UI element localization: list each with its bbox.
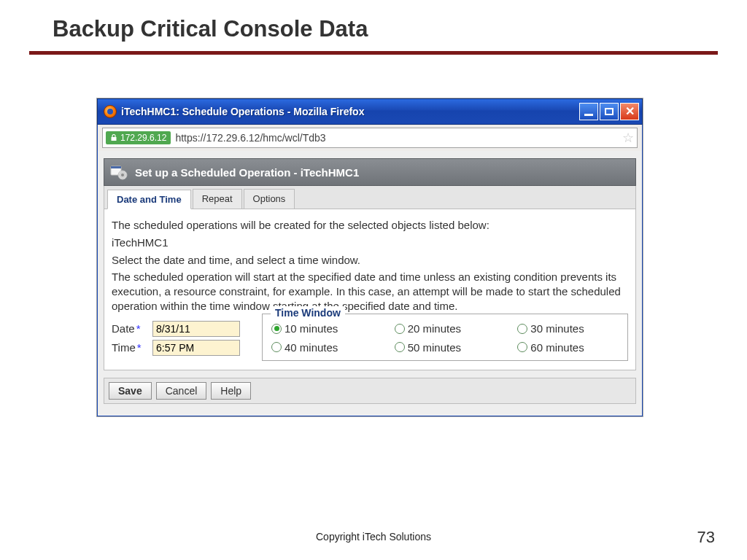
save-button[interactable]: Save (109, 382, 152, 400)
address-bar[interactable]: 172.29.6.12 https://172.29.6.12/hmc/wcl/… (102, 128, 638, 148)
svg-rect-0 (112, 137, 117, 141)
firefox-icon (104, 105, 117, 118)
datetime-form: Date* Time* Time Window (112, 318, 628, 362)
button-row: Save Cancel Help (104, 378, 636, 404)
schedule-icon (110, 164, 128, 180)
close-button[interactable]: ✕ (620, 103, 639, 120)
radio-50-minutes[interactable]: 50 minutes (395, 341, 498, 355)
window-title: iTechHMC1: Schedule Operations - Mozilla… (121, 106, 364, 117)
radio-icon (271, 342, 282, 352)
radio-20-minutes[interactable]: 20 minutes (395, 322, 498, 336)
lock-icon (110, 134, 117, 141)
close-icon: ✕ (625, 106, 635, 117)
svg-point-5 (121, 174, 124, 176)
date-label: Date* (112, 322, 152, 336)
copyright-text: Copyright iTech Solutions (0, 531, 747, 542)
radio-40-minutes[interactable]: 40 minutes (271, 341, 374, 355)
time-input[interactable] (152, 340, 240, 356)
window-titlebar[interactable]: iTechHMC1: Schedule Operations - Mozilla… (97, 98, 643, 125)
tab-repeat[interactable]: Repeat (193, 189, 242, 209)
page-header-title: Set up a Scheduled Operation - iTechHMC1 (135, 166, 359, 179)
time-label: Time* (112, 341, 152, 355)
svg-rect-2 (111, 166, 121, 168)
required-icon: * (137, 341, 142, 354)
site-host: 172.29.6.12 (120, 133, 166, 143)
time-window-group: Time Window 10 minutes 20 minutes 30 min… (262, 314, 628, 362)
radio-icon (395, 342, 405, 352)
title-rule (29, 51, 718, 55)
page-number: 73 (697, 528, 715, 547)
tab-strip: Date and Time Repeat Options (104, 186, 636, 209)
date-input[interactable] (152, 321, 240, 337)
window-controls: ✕ (579, 103, 639, 120)
radio-30-minutes[interactable]: 30 minutes (517, 322, 620, 336)
datetime-fields: Date* Time* (112, 318, 240, 362)
required-icon: * (136, 322, 141, 335)
tab-date-time[interactable]: Date and Time (107, 190, 191, 209)
minimize-button[interactable] (579, 103, 598, 120)
tab-options[interactable]: Options (244, 189, 295, 209)
slide-title: Backup Critical Console Data (0, 0, 747, 51)
cancel-button[interactable]: Cancel (156, 382, 207, 400)
page-body: Set up a Scheduled Operation - iTechHMC1… (97, 151, 643, 416)
browser-window: iTechHMC1: Schedule Operations - Mozilla… (96, 98, 643, 417)
object-name: iTechHMC1 (112, 236, 628, 250)
address-toolbar: 172.29.6.12 https://172.29.6.12/hmc/wcl/… (97, 125, 643, 151)
intro-text: The scheduled operations will be created… (112, 218, 628, 233)
site-identity-badge[interactable]: 172.29.6.12 (106, 131, 171, 144)
explanation-text: The scheduled operation will start at th… (112, 270, 628, 313)
tab-panel: The scheduled operations will be created… (104, 209, 636, 370)
help-button[interactable]: Help (211, 382, 251, 400)
radio-icon (395, 324, 405, 334)
radio-10-minutes[interactable]: 10 minutes (271, 322, 374, 336)
radio-icon (517, 324, 527, 334)
time-window-legend: Time Window (271, 306, 345, 319)
select-instruction: Select the date and time, and select a t… (112, 253, 628, 268)
page-header-bar: Set up a Scheduled Operation - iTechHMC1 (104, 158, 636, 186)
bookmark-star-icon[interactable]: ☆ (622, 130, 634, 146)
radio-icon (271, 324, 282, 334)
radio-60-minutes[interactable]: 60 minutes (517, 341, 620, 355)
radio-icon (517, 342, 527, 352)
url-text: https://172.29.6.12/hmc/wcl/Tdb3 (175, 132, 325, 144)
maximize-button[interactable] (600, 103, 619, 120)
